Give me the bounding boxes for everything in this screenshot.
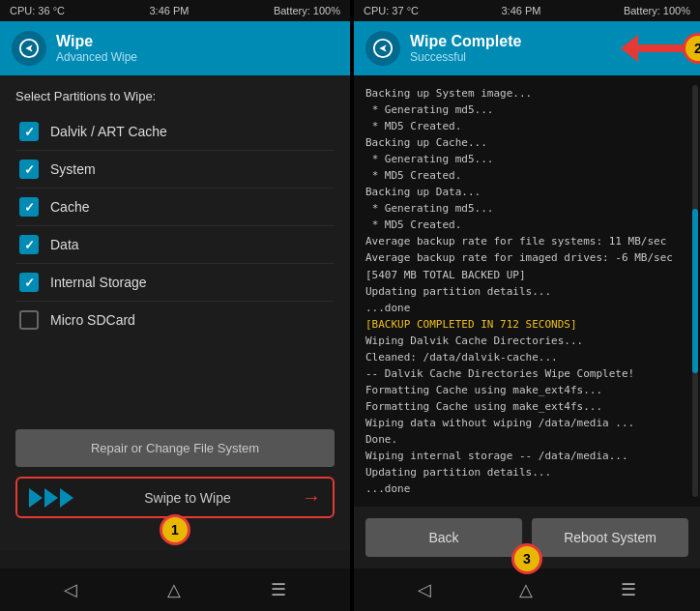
log-line: Cleaned: /data/dalvik-cache... [365, 349, 688, 365]
log-line: ...done [365, 480, 688, 497]
arrow1 [29, 488, 43, 508]
arrow2 [44, 488, 58, 508]
checkbox-sdcard[interactable]: Micro SDCard [15, 302, 335, 338]
log-line: Updating partition details... [365, 283, 688, 300]
left-nav-bar: ◁ △ ☰ [0, 568, 350, 611]
red-arrow-icon [621, 35, 686, 62]
log-scrollbar-thumb [692, 209, 698, 373]
log-line: Backing up System image... [365, 85, 688, 102]
arrow-body [638, 44, 686, 52]
left-app-bar: Wipe Advanced Wipe [0, 21, 350, 75]
log-line: * Generating md5... [365, 200, 688, 217]
left-phone-panel: CPU: 36 °C 3:46 PM Battery: 100% Wipe Ad… [0, 0, 350, 611]
log-line: Average backup rate for imaged drives: -… [365, 249, 688, 266]
log-line: Backing up Cache... [365, 134, 688, 151]
internal-checkbox[interactable] [19, 273, 39, 292]
dalvik-label: Dalvik / ART Cache [50, 124, 167, 139]
right-app-title: Wipe Complete [410, 33, 521, 50]
right-cpu-status: CPU: 37 °C [364, 5, 419, 16]
left-cpu-status: CPU: 36 °C [10, 5, 65, 16]
left-app-bar-text: Wipe Advanced Wipe [56, 33, 137, 64]
sdcard-checkbox[interactable] [19, 310, 39, 330]
log-line: * Generating md5... [365, 151, 688, 167]
log-scrollbar[interactable] [692, 85, 698, 497]
left-back-button[interactable]: ◁ [58, 573, 83, 606]
left-time-status: 3:46 PM [149, 5, 189, 16]
dalvik-checkbox[interactable] [19, 122, 39, 141]
log-line: Updating partition details... [365, 464, 688, 480]
swipe-text: Swipe to Wipe [83, 490, 292, 506]
log-line: Wiping internal storage -- /data/media..… [365, 448, 688, 464]
right-app-bar: Wipe Complete Successful 2 [354, 21, 700, 75]
right-app-subtitle: Successful [410, 50, 521, 64]
checkbox-data[interactable]: Data [15, 226, 335, 264]
swipe-arrows-icon [29, 488, 73, 508]
log-line-highlight: [BACKUP COMPLETED IN 712 SECONDS] [365, 316, 688, 333]
system-label: System [50, 161, 96, 177]
log-line: Backing up Data... [365, 184, 688, 200]
right-nav-bar: 3 ◁ △ ☰ [354, 568, 700, 611]
repair-button[interactable]: Repair or Change File System [15, 429, 335, 467]
log-line: [5407 MB TOTAL BACKED UP] [365, 267, 688, 283]
left-battery-status: Battery: 100% [274, 5, 340, 16]
log-line: Formatting Cache using make_ext4fs... [365, 398, 688, 415]
log-line: Done. [365, 431, 688, 448]
log-line: * MD5 Created. [365, 118, 688, 134]
swipe-right-arrow-icon: → [302, 486, 321, 509]
log-output-area: Backing up System image... * Generating … [354, 75, 700, 507]
right-battery-status: Battery: 100% [624, 5, 690, 16]
data-checkbox[interactable] [19, 235, 39, 254]
system-checkbox[interactable] [19, 160, 39, 179]
checkbox-internal[interactable]: Internal Storage [15, 264, 335, 302]
log-line: * MD5 Created. [365, 167, 688, 184]
wipe-app-icon [12, 31, 46, 66]
badge-1: 1 [160, 514, 190, 545]
swipe-to-wipe-bar[interactable]: Swipe to Wipe → [15, 477, 335, 518]
arrow-head [621, 35, 638, 62]
checkbox-cache[interactable]: Cache [15, 189, 335, 226]
right-menu-button[interactable]: ☰ [615, 573, 642, 606]
cache-checkbox[interactable] [19, 197, 39, 217]
badge-3: 3 [511, 543, 542, 574]
sdcard-label: Micro SDCard [50, 312, 135, 328]
partition-checkbox-list: Dalvik / ART Cache System Cache Data Int… [15, 113, 335, 338]
log-line: Wiping Dalvik Cache Directories... [365, 333, 688, 349]
log-line: Formatting Cache using make_ext4fs... [365, 382, 688, 398]
left-app-subtitle: Advanced Wipe [56, 50, 137, 64]
section-label: Select Partitions to Wipe: [15, 89, 335, 103]
wipe-complete-app-icon [365, 31, 400, 66]
back-button[interactable]: Back [365, 518, 522, 557]
left-home-button[interactable]: △ [161, 573, 187, 606]
checkbox-system[interactable]: System [15, 151, 335, 189]
log-line: * Generating md5... [365, 102, 688, 118]
right-status-bar: CPU: 37 °C 3:46 PM Battery: 100% [354, 0, 700, 21]
cache-label: Cache [50, 199, 89, 215]
log-line: ...done [365, 300, 688, 316]
log-line: Wiping data without wiping /data/media .… [365, 415, 688, 431]
left-status-bar: CPU: 36 °C 3:46 PM Battery: 100% [0, 0, 350, 21]
reboot-system-button[interactable]: Reboot System [532, 518, 688, 557]
checkbox-dalvik[interactable]: Dalvik / ART Cache [15, 113, 335, 151]
log-line: -- Dalvik Cache Directories Wipe Complet… [365, 365, 688, 382]
right-back-button[interactable]: ◁ [412, 573, 437, 606]
right-app-bar-text: Wipe Complete Successful [410, 33, 521, 64]
right-home-button[interactable]: △ [513, 573, 539, 606]
right-time-status: 3:46 PM [501, 5, 540, 16]
right-phone-panel: CPU: 37 °C 3:46 PM Battery: 100% Wipe Co… [354, 0, 700, 611]
data-label: Data [50, 237, 79, 252]
arrow3 [60, 488, 73, 508]
log-line: * MD5 Created. [365, 217, 688, 233]
log-line: Average backup rate for file systems: 11… [365, 233, 688, 249]
left-menu-button[interactable]: ☰ [265, 573, 292, 606]
left-app-title: Wipe [56, 33, 137, 50]
internal-label: Internal Storage [50, 275, 147, 290]
left-panel-content: Select Partitions to Wipe: Dalvik / ART … [0, 75, 350, 551]
